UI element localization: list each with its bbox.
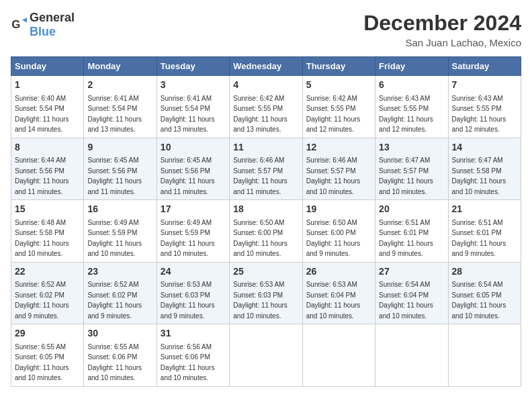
day-number: 27 xyxy=(379,265,444,279)
calendar-cell: 13Sunrise: 6:47 AMSunset: 5:57 PMDayligh… xyxy=(375,138,448,200)
calendar-cell: 7Sunrise: 6:43 AMSunset: 5:55 PMDaylight… xyxy=(448,76,521,138)
day-info: Sunrise: 6:47 AMSunset: 5:57 PMDaylight:… xyxy=(379,156,433,195)
svg-text:G: G xyxy=(11,18,20,31)
day-info: Sunrise: 6:50 AMSunset: 6:00 PMDaylight:… xyxy=(233,219,287,258)
calendar-cell: 8Sunrise: 6:44 AMSunset: 5:56 PMDaylight… xyxy=(11,138,84,200)
weekday-header-friday: Friday xyxy=(375,57,448,76)
day-info: Sunrise: 6:52 AMSunset: 6:02 PMDaylight:… xyxy=(15,281,69,320)
calendar-week-row: 29Sunrise: 6:55 AMSunset: 6:05 PMDayligh… xyxy=(11,324,521,387)
day-info: Sunrise: 6:53 AMSunset: 6:03 PMDaylight:… xyxy=(233,281,287,320)
day-info: Sunrise: 6:55 AMSunset: 6:06 PMDaylight:… xyxy=(87,343,142,382)
calendar-cell: 6Sunrise: 6:43 AMSunset: 5:55 PMDaylight… xyxy=(375,76,448,138)
day-number: 12 xyxy=(306,141,371,154)
day-number: 7 xyxy=(452,79,517,92)
day-number: 26 xyxy=(306,265,371,279)
calendar-week-row: 1Sunrise: 6:40 AMSunset: 5:54 PMDaylight… xyxy=(11,76,521,138)
day-number: 30 xyxy=(87,327,152,340)
calendar-cell: 28Sunrise: 6:54 AMSunset: 6:05 PMDayligh… xyxy=(448,262,521,324)
day-info: Sunrise: 6:47 AMSunset: 5:58 PMDaylight:… xyxy=(452,156,506,195)
day-number: 8 xyxy=(15,141,80,154)
calendar-cell: 12Sunrise: 6:46 AMSunset: 5:57 PMDayligh… xyxy=(302,138,375,200)
day-info: Sunrise: 6:42 AMSunset: 5:55 PMDaylight:… xyxy=(233,95,287,134)
day-number: 28 xyxy=(452,265,517,279)
calendar-cell: 11Sunrise: 6:46 AMSunset: 5:57 PMDayligh… xyxy=(230,138,302,200)
day-info: Sunrise: 6:41 AMSunset: 5:54 PMDaylight:… xyxy=(87,95,142,134)
calendar-header: SundayMondayTuesdayWednesdayThursdayFrid… xyxy=(11,57,521,76)
title-block: December 2024 San Juan Lachao, Mexico xyxy=(363,11,521,48)
day-info: Sunrise: 6:43 AMSunset: 5:55 PMDaylight:… xyxy=(452,95,506,134)
day-info: Sunrise: 6:46 AMSunset: 5:57 PMDaylight:… xyxy=(233,156,287,195)
day-number: 10 xyxy=(161,141,226,154)
day-info: Sunrise: 6:40 AMSunset: 5:54 PMDaylight:… xyxy=(15,95,69,134)
calendar-week-row: 15Sunrise: 6:48 AMSunset: 5:58 PMDayligh… xyxy=(11,200,521,263)
day-info: Sunrise: 6:56 AMSunset: 6:06 PMDaylight:… xyxy=(161,343,215,382)
logo: G General Blue xyxy=(11,11,75,39)
calendar-cell xyxy=(302,324,375,387)
day-info: Sunrise: 6:42 AMSunset: 5:55 PMDaylight:… xyxy=(306,95,361,134)
logo-icon: G xyxy=(11,17,27,33)
calendar-cell xyxy=(230,324,302,387)
weekday-header-wednesday: Wednesday xyxy=(230,57,302,76)
calendar-cell xyxy=(448,324,521,387)
day-info: Sunrise: 6:45 AMSunset: 5:56 PMDaylight:… xyxy=(87,156,142,195)
calendar-cell: 29Sunrise: 6:55 AMSunset: 6:05 PMDayligh… xyxy=(11,324,84,387)
calendar-cell: 30Sunrise: 6:55 AMSunset: 6:06 PMDayligh… xyxy=(84,324,157,387)
calendar-cell: 18Sunrise: 6:50 AMSunset: 6:00 PMDayligh… xyxy=(230,200,302,263)
logo-text-general: General xyxy=(30,11,75,24)
day-number: 5 xyxy=(306,79,371,92)
weekday-header-thursday: Thursday xyxy=(302,57,375,76)
page-header: G General Blue December 2024 San Juan La… xyxy=(11,11,521,48)
day-info: Sunrise: 6:51 AMSunset: 6:01 PMDaylight:… xyxy=(379,219,433,258)
day-number: 1 xyxy=(15,79,80,92)
month-year: December 2024 xyxy=(363,11,521,36)
weekday-header-monday: Monday xyxy=(84,57,157,76)
calendar-week-row: 22Sunrise: 6:52 AMSunset: 6:02 PMDayligh… xyxy=(11,262,521,324)
day-info: Sunrise: 6:46 AMSunset: 5:57 PMDaylight:… xyxy=(306,156,361,195)
day-number: 21 xyxy=(452,203,517,216)
svg-marker-1 xyxy=(22,17,27,22)
day-number: 19 xyxy=(306,203,371,216)
calendar-cell: 17Sunrise: 6:49 AMSunset: 5:59 PMDayligh… xyxy=(157,200,229,263)
calendar-cell: 26Sunrise: 6:53 AMSunset: 6:04 PMDayligh… xyxy=(302,262,375,324)
day-info: Sunrise: 6:48 AMSunset: 5:58 PMDaylight:… xyxy=(15,219,69,258)
day-number: 31 xyxy=(161,327,226,340)
day-info: Sunrise: 6:50 AMSunset: 6:00 PMDaylight:… xyxy=(306,219,361,258)
calendar-cell: 10Sunrise: 6:45 AMSunset: 5:56 PMDayligh… xyxy=(157,138,229,200)
day-number: 23 xyxy=(87,265,152,279)
calendar-cell: 3Sunrise: 6:41 AMSunset: 5:54 PMDaylight… xyxy=(157,76,229,138)
day-info: Sunrise: 6:52 AMSunset: 6:02 PMDaylight:… xyxy=(87,281,142,320)
day-info: Sunrise: 6:49 AMSunset: 5:59 PMDaylight:… xyxy=(161,219,215,258)
calendar-cell: 16Sunrise: 6:49 AMSunset: 5:59 PMDayligh… xyxy=(84,200,157,263)
day-number: 29 xyxy=(15,327,80,340)
day-info: Sunrise: 6:49 AMSunset: 5:59 PMDaylight:… xyxy=(87,219,142,258)
day-info: Sunrise: 6:44 AMSunset: 5:56 PMDaylight:… xyxy=(15,156,69,195)
calendar-cell: 15Sunrise: 6:48 AMSunset: 5:58 PMDayligh… xyxy=(11,200,84,263)
calendar-cell: 31Sunrise: 6:56 AMSunset: 6:06 PMDayligh… xyxy=(157,324,229,387)
calendar-cell: 1Sunrise: 6:40 AMSunset: 5:54 PMDaylight… xyxy=(11,76,84,138)
day-number: 22 xyxy=(15,265,80,279)
calendar-cell: 2Sunrise: 6:41 AMSunset: 5:54 PMDaylight… xyxy=(84,76,157,138)
day-info: Sunrise: 6:54 AMSunset: 6:05 PMDaylight:… xyxy=(452,281,506,320)
calendar-cell: 9Sunrise: 6:45 AMSunset: 5:56 PMDaylight… xyxy=(84,138,157,200)
location: San Juan Lachao, Mexico xyxy=(363,37,521,48)
day-info: Sunrise: 6:53 AMSunset: 6:03 PMDaylight:… xyxy=(161,281,215,320)
calendar-cell: 25Sunrise: 6:53 AMSunset: 6:03 PMDayligh… xyxy=(230,262,302,324)
day-info: Sunrise: 6:55 AMSunset: 6:05 PMDaylight:… xyxy=(15,343,69,382)
day-info: Sunrise: 6:43 AMSunset: 5:55 PMDaylight:… xyxy=(379,95,433,134)
day-number: 6 xyxy=(379,79,444,92)
day-number: 20 xyxy=(379,203,444,216)
day-info: Sunrise: 6:53 AMSunset: 6:04 PMDaylight:… xyxy=(306,281,361,320)
day-info: Sunrise: 6:51 AMSunset: 6:01 PMDaylight:… xyxy=(452,219,506,258)
calendar-cell xyxy=(375,324,448,387)
weekday-header-saturday: Saturday xyxy=(448,57,521,76)
calendar-cell: 19Sunrise: 6:50 AMSunset: 6:00 PMDayligh… xyxy=(302,200,375,263)
day-info: Sunrise: 6:54 AMSunset: 6:04 PMDaylight:… xyxy=(379,281,433,320)
weekday-header-row: SundayMondayTuesdayWednesdayThursdayFrid… xyxy=(11,57,521,76)
calendar-cell: 5Sunrise: 6:42 AMSunset: 5:55 PMDaylight… xyxy=(302,76,375,138)
day-info: Sunrise: 6:41 AMSunset: 5:54 PMDaylight:… xyxy=(161,95,215,134)
day-number: 3 xyxy=(161,79,226,92)
calendar-cell: 20Sunrise: 6:51 AMSunset: 6:01 PMDayligh… xyxy=(375,200,448,263)
day-info: Sunrise: 6:45 AMSunset: 5:56 PMDaylight:… xyxy=(161,156,215,195)
calendar-cell: 27Sunrise: 6:54 AMSunset: 6:04 PMDayligh… xyxy=(375,262,448,324)
calendar-cell: 23Sunrise: 6:52 AMSunset: 6:02 PMDayligh… xyxy=(84,262,157,324)
